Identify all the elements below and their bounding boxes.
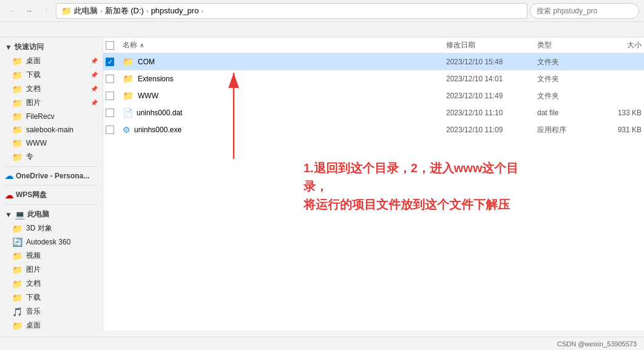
- this-pc-label: 此电脑: [27, 209, 49, 220]
- sidebar-item-pictures2[interactable]: 📁 图片: [0, 263, 103, 277]
- sidebar-item-3d[interactable]: 📁 3D 对象: [0, 221, 103, 235]
- sidebar-item-downloads2[interactable]: 📁 下载: [0, 291, 103, 305]
- sidebar-item-label: 图片: [26, 264, 41, 275]
- address-sep-2: ›: [146, 7, 149, 15]
- file-type-extensions: 文件夹: [535, 74, 595, 84]
- search-input[interactable]: [530, 3, 639, 19]
- file-name-dat: 📄 uninhs000.dat: [120, 108, 444, 118]
- quick-access-header[interactable]: ▼ 快速访问: [0, 40, 103, 54]
- sidebar-item-autodesk[interactable]: 🔄 Autodesk 360: [0, 235, 103, 249]
- exe-file-icon: ⚙: [123, 125, 130, 135]
- header-checkbox[interactable]: [106, 41, 120, 50]
- column-date-label: 修改日期: [446, 41, 475, 49]
- file-row-dat[interactable]: 📄 uninhs000.dat 2023/12/10 11:10 dat fil…: [103, 104, 644, 121]
- unchecked-box: [106, 126, 114, 134]
- sidebar-item-music[interactable]: 🎵 音乐: [0, 305, 103, 318]
- address-sep-1: ›: [100, 7, 103, 15]
- pc-icon: 💻: [15, 210, 25, 220]
- folder-icon: 📁: [12, 70, 22, 80]
- main-layout: ▼ 快速访问 📁 桌面 📌 📁 下载 📌 📁 文档 📌 📁 图片 📌 📁 Fil…: [0, 38, 644, 331]
- column-size-header[interactable]: 大小: [595, 40, 644, 50]
- back-button[interactable]: ←: [5, 4, 19, 18]
- dat-file-icon: 📄: [123, 108, 133, 118]
- file-list-header: 名称 ∧ 修改日期 类型 大小: [103, 38, 644, 53]
- sidebar-item-documents[interactable]: 📁 文档 📌: [0, 82, 103, 96]
- folder-icon: 📁: [12, 251, 22, 261]
- file-size-dat: 133 KB: [595, 109, 644, 117]
- sidebar-item-documents2[interactable]: 📁 文档: [0, 277, 103, 291]
- sidebar-item-videos[interactable]: 📁 视频: [0, 249, 103, 263]
- onedrive-icon: ☁: [5, 171, 13, 181]
- address-bar[interactable]: 📁 此电脑 › 新加卷 (D:) › phpstudy_pro ›: [56, 3, 527, 19]
- file-name-com: 📁 COM: [120, 56, 444, 67]
- file-type-com: 文件夹: [535, 57, 595, 67]
- file-name-label: COM: [138, 58, 155, 66]
- file-date-com: 2023/12/10 15:48: [444, 58, 535, 66]
- folder-icon: 📁: [123, 73, 134, 84]
- status-bar: CSDN @weixin_53905573: [0, 337, 644, 350]
- sidebar-item-label: WWW: [26, 139, 47, 147]
- sidebar-item-label: salebook-main: [26, 126, 73, 134]
- row-checkbox[interactable]: [106, 109, 120, 117]
- file-name-exe: ⚙ uninhs000.exe: [120, 125, 444, 135]
- file-row-com[interactable]: ✓ 📁 COM 2023/12/10 15:48 文件夹: [103, 53, 644, 70]
- pin-icon: 📌: [90, 58, 98, 64]
- wps-header[interactable]: ☁ WPS网盘: [0, 188, 103, 202]
- sidebar-item-desktop2[interactable]: 📁 桌面: [0, 318, 103, 331]
- sidebar-item-special[interactable]: 📁 专: [0, 150, 103, 164]
- folder-icon: 📁: [12, 125, 22, 135]
- sidebar-item-filerecv[interactable]: 📁 FileRecv: [0, 110, 103, 123]
- folder-icon: 📁: [12, 138, 22, 148]
- column-date-header[interactable]: 修改日期: [444, 40, 535, 50]
- address-sep-3: ›: [201, 7, 203, 15]
- row-checkbox[interactable]: [106, 75, 120, 83]
- folder-icon: 📁: [12, 293, 22, 303]
- file-name-label: Extensions: [138, 75, 174, 83]
- unchecked-box: [106, 75, 114, 83]
- sidebar-item-label: 下载: [26, 70, 41, 80]
- pin-icon: 📌: [90, 86, 98, 92]
- music-icon: 🎵: [12, 307, 22, 317]
- row-checkbox[interactable]: [106, 126, 120, 134]
- column-type-header[interactable]: 类型: [535, 40, 595, 50]
- forward-button[interactable]: →: [22, 4, 36, 18]
- sort-arrow: ∧: [140, 42, 144, 49]
- folder-icon: 📁: [12, 56, 22, 66]
- onedrive-header[interactable]: ☁ OneDrive - Persona...: [0, 169, 103, 183]
- file-row-exe[interactable]: ⚙ uninhs000.exe 2023/12/10 11:09 应用程序 93…: [103, 121, 644, 138]
- toolbar: [0, 22, 644, 38]
- folder-icon: 📁: [12, 112, 22, 121]
- sidebar-item-label: 桌面: [26, 320, 41, 331]
- unchecked-box: [106, 92, 114, 100]
- row-checkbox[interactable]: ✓: [106, 58, 120, 66]
- folder-icon: 📁: [12, 321, 22, 331]
- quick-access-label: 快速访问: [15, 42, 44, 52]
- chevron-icon: ▼: [5, 43, 12, 52]
- sidebar-item-desktop[interactable]: 📁 桌面 📌: [0, 54, 103, 68]
- folder-icon: 📁: [61, 6, 72, 16]
- this-pc-header[interactable]: ▼ 💻 此电脑: [0, 207, 103, 221]
- address-part-folder: phpstudy_pro: [151, 6, 199, 15]
- sidebar-item-www[interactable]: 📁 WWW: [0, 136, 103, 150]
- sidebar-item-label: FileRecv: [26, 112, 55, 121]
- pin-icon: 📌: [90, 99, 98, 106]
- column-name-header[interactable]: 名称 ∧: [120, 40, 444, 50]
- file-date-dat: 2023/12/10 11:10: [444, 109, 535, 117]
- folder-icon: 📁: [12, 98, 22, 108]
- row-checkbox[interactable]: [106, 92, 120, 100]
- nav-bar: ← → ↑ 📁 此电脑 › 新加卷 (D:) › phpstudy_pro ›: [0, 0, 644, 22]
- sidebar-item-downloads[interactable]: 📁 下载 📌: [0, 68, 103, 82]
- sidebar-divider-3: [5, 204, 98, 205]
- file-row-www[interactable]: 📁 WWW 2023/12/10 11:49 文件夹: [103, 87, 644, 104]
- unchecked-box: [106, 109, 114, 117]
- sidebar-item-label: 下载: [26, 292, 41, 303]
- file-name-label: uninhs000.exe: [134, 126, 181, 134]
- sidebar-item-label: 3D 对象: [26, 223, 52, 234]
- file-row-extensions[interactable]: 📁 Extensions 2023/12/10 14:01 文件夹: [103, 70, 644, 87]
- file-date-www: 2023/12/10 11:49: [444, 92, 535, 100]
- file-date-exe: 2023/12/10 11:09: [444, 126, 535, 134]
- sidebar-item-salebook[interactable]: 📁 salebook-main: [0, 123, 103, 136]
- file-name-www: 📁 WWW: [120, 90, 444, 101]
- sidebar-item-pictures[interactable]: 📁 图片 📌: [0, 96, 103, 110]
- up-button[interactable]: ↑: [39, 4, 53, 18]
